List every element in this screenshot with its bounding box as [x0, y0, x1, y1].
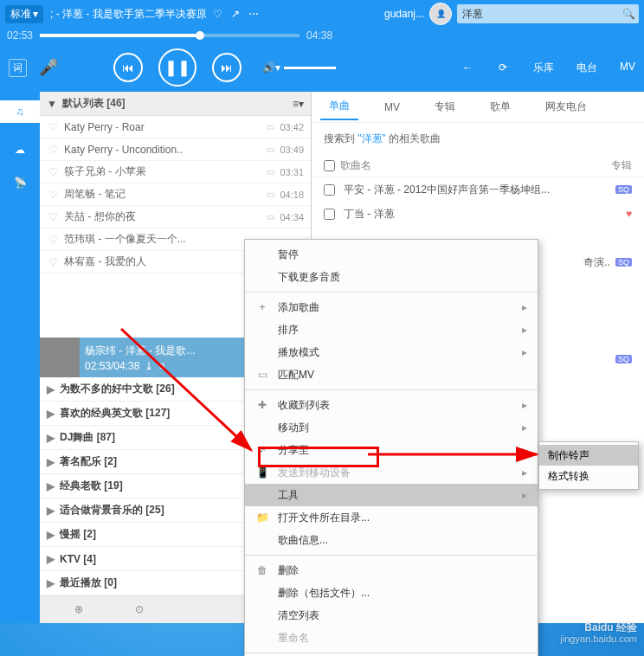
sq-tag: SQ — [615, 258, 632, 267]
song-row[interactable]: ♡Katy Perry - Roar▭03:42 — [40, 116, 311, 138]
heart-icon: ♥ — [626, 208, 632, 220]
progress-knob[interactable] — [196, 31, 204, 40]
submenu-item[interactable]: 制作铃声 — [539, 445, 638, 466]
volume-bar[interactable] — [284, 67, 336, 69]
menu-item[interactable]: 排序▸ — [245, 318, 538, 341]
menu-separator — [245, 389, 538, 390]
menu-item-label: 暂停 — [278, 248, 527, 262]
menu-item[interactable]: ▭匹配MV — [245, 363, 538, 386]
song-row[interactable]: ♡周笔畅 - 笔记▭04:18 — [40, 183, 311, 206]
mv-tag: ▭ — [267, 167, 274, 177]
submenu-label: 制作铃声 — [548, 448, 589, 463]
top-nav: ← ⟳ 乐库 电台 MV — [462, 61, 635, 75]
submenu-arrow-icon: ▸ — [522, 346, 527, 358]
expand-icon[interactable]: ▶ — [47, 577, 55, 589]
search-input[interactable] — [457, 8, 618, 20]
menu-item-label: 下载更多音质 — [278, 270, 527, 285]
menu-item[interactable]: 工具▸ — [245, 484, 538, 506]
playlist-header[interactable]: ▼ 默认列表 [46] ≡▾ — [40, 92, 311, 116]
volume-icon[interactable]: 🔊▾ — [262, 61, 280, 74]
search-tab[interactable]: 单曲 — [320, 93, 358, 120]
mv-tag: ▭ — [267, 145, 274, 154]
row-checkbox[interactable] — [324, 184, 335, 196]
fav-icon[interactable]: ♡ — [47, 121, 59, 133]
rail-music-icon[interactable]: ♫ — [0, 100, 40, 123]
menu-item[interactable]: 删除（包括文件）... — [245, 582, 538, 604]
karaoke-icon[interactable]: 🎤 — [39, 58, 58, 77]
col-album: 专辑 — [597, 158, 632, 173]
row-checkbox[interactable] — [324, 209, 335, 220]
rail-radio-icon[interactable]: 📡 — [14, 177, 27, 189]
avatar[interactable]: 👤 — [429, 3, 452, 25]
lyric-button[interactable]: 词 — [9, 59, 27, 77]
search-tab[interactable]: 歌单 — [481, 94, 519, 119]
prev-button[interactable]: ⏮ — [113, 53, 143, 82]
menu-separator — [245, 555, 538, 556]
fav-icon[interactable]: ♡ — [47, 189, 59, 201]
submenu-label: 格式转换 — [548, 469, 589, 484]
more-icon[interactable]: ⋯ — [248, 8, 259, 20]
song-duration: 03:31 — [280, 167, 304, 177]
expand-icon[interactable]: ▶ — [47, 408, 55, 420]
expand-icon[interactable]: ▶ — [47, 529, 55, 541]
expand-icon[interactable]: ▶ — [47, 383, 55, 396]
menu-item-label: 移动到 — [278, 421, 513, 435]
song-row[interactable]: ♡关喆 - 想你的夜▭04:34 — [40, 206, 311, 228]
menu-item[interactable]: +添加歌曲▸ — [245, 296, 538, 318]
quality-button[interactable]: 标准 — [5, 5, 43, 23]
menu-item[interactable]: 移动到▸ — [245, 416, 538, 439]
mv-tag: ▭ — [267, 212, 274, 222]
playlist-menu-icon[interactable]: ≡▾ — [293, 98, 304, 110]
menu-item-icon: 🗑 — [255, 564, 269, 576]
share-icon[interactable]: ↗ — [231, 8, 240, 20]
menu-item[interactable]: ✚收藏到列表▸ — [245, 394, 538, 416]
menu-item[interactable]: 📁打开文件所在目录... — [245, 506, 538, 529]
search-icon[interactable]: 🔍 — [618, 8, 639, 20]
progress-bar[interactable] — [40, 34, 299, 37]
song-row[interactable]: ♡Katy Perry - Uncondition..▭03:49 — [40, 138, 311, 161]
heart-icon[interactable]: ♡ — [213, 8, 222, 20]
tab-library[interactable]: 乐库 — [533, 61, 554, 75]
album-art — [40, 338, 80, 377]
expand-icon[interactable]: ▶ — [47, 553, 55, 565]
menu-item[interactable]: 清空列表 — [245, 604, 538, 627]
menu-item[interactable]: 🗑删除 — [245, 559, 538, 582]
menu-item[interactable]: 暂停 — [245, 243, 538, 266]
nav-reload[interactable]: ⟳ — [499, 61, 507, 74]
expand-icon[interactable]: ▶ — [47, 432, 55, 444]
expand-icon[interactable]: ▶ — [47, 505, 55, 517]
add-playlist-icon[interactable]: ⊕ — [74, 603, 83, 615]
username-label[interactable]: gudanj... — [384, 8, 424, 20]
menu-item[interactable]: 歌曲信息... — [245, 529, 538, 551]
rail-cloud-icon[interactable]: ☁ — [15, 144, 25, 156]
locate-icon[interactable]: ⊙ — [135, 603, 144, 615]
tab-mv[interactable]: MV — [620, 61, 635, 75]
menu-item[interactable]: 播放模式▸ — [245, 341, 538, 363]
fav-icon[interactable]: ♡ — [47, 234, 59, 246]
fav-icon[interactable]: ♡ — [47, 256, 59, 268]
search-tab[interactable]: 网友电台 — [537, 94, 596, 119]
fav-icon[interactable]: ♡ — [47, 144, 59, 156]
watermark: Baidu 经验 jingyan.baidu.com — [560, 622, 637, 644]
search-tab[interactable]: 专辑 — [426, 94, 464, 119]
collapse-icon[interactable]: ▼ — [47, 98, 57, 110]
next-button[interactable]: ⏭ — [212, 53, 242, 82]
result-row[interactable]: 平安 - 洋葱 - 2012中国好声音第一季杨坤组...SQ — [324, 177, 632, 202]
time-current: 02:53 — [7, 29, 33, 42]
hint-pre: 搜索到 — [324, 132, 355, 145]
fav-icon[interactable]: ♡ — [47, 211, 59, 223]
fav-icon[interactable]: ♡ — [47, 166, 59, 178]
expand-icon[interactable]: ▶ — [47, 456, 55, 468]
nav-back[interactable]: ← — [462, 61, 473, 74]
select-all-checkbox[interactable] — [324, 160, 335, 171]
song-row[interactable]: ♡筷子兄弟 - 小苹果▭03:31 — [40, 161, 311, 183]
expand-icon[interactable]: ▶ — [47, 480, 55, 492]
song-name: Katy Perry - Uncondition.. — [64, 144, 261, 156]
menu-item[interactable]: 下载更多音质 — [245, 266, 538, 288]
result-row[interactable]: 丁当 - 洋葱♥ — [324, 202, 632, 226]
submenu-item[interactable]: 格式转换 — [539, 466, 638, 486]
pause-button[interactable]: ❚❚ — [158, 48, 196, 87]
submenu-arrow-icon: ▸ — [522, 421, 527, 434]
tab-radio[interactable]: 电台 — [576, 61, 597, 75]
search-tab[interactable]: MV — [376, 96, 409, 119]
